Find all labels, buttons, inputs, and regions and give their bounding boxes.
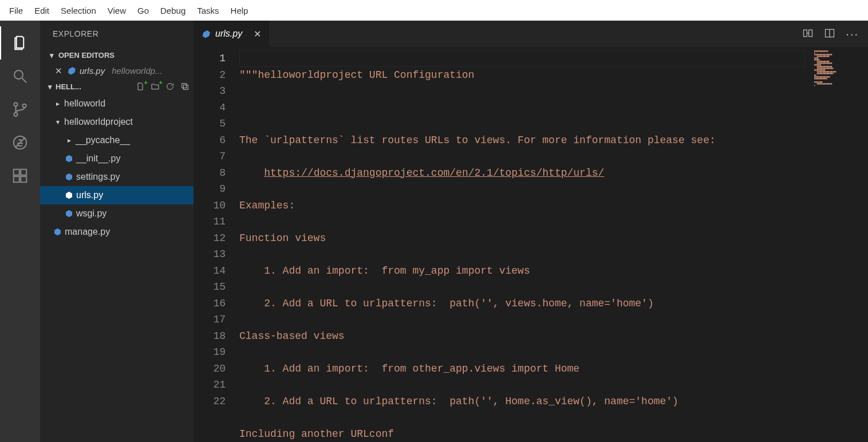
files-icon [11,34,29,52]
bug-slash-icon [11,134,29,151]
tree-item-label: helloworldproject [64,117,133,127]
tree-item-label: settings.py [76,172,120,182]
svg-rect-8 [21,169,26,175]
collapse-all-icon[interactable] [180,81,190,92]
open-editors-label: OPEN EDITORS [58,51,115,60]
tree-folder-helloworld[interactable]: ▸ helloworld [40,94,194,113]
explorer-title: EXPLORER [40,21,194,47]
chevron-down-icon: ▾ [48,51,55,60]
tab-label: urls.py [215,29,242,39]
tree-item-label: __init__.py [76,153,120,164]
menu-edit[interactable]: Edit [29,2,55,19]
svg-rect-9 [14,176,19,182]
svg-rect-14 [809,30,812,37]
new-folder-icon[interactable]: + [150,81,160,92]
menu-selection[interactable]: Selection [55,2,102,19]
chevron-down-icon: ▾ [48,82,52,91]
workbench: EXPLORER ▾ OPEN EDITORS ✕ ⬢ urls.py hell… [0,21,868,442]
svg-point-0 [14,70,23,79]
close-icon[interactable]: ✕ [254,29,261,40]
tree-folder-helloworldproject[interactable]: ▾ helloworldproject [40,113,194,131]
menu-tasks[interactable]: Tasks [191,2,224,19]
project-header[interactable]: ▾ HELL... + + [40,78,194,94]
svg-rect-12 [183,85,188,89]
compare-changes-icon[interactable] [802,27,814,41]
menu-help[interactable]: Help [225,2,254,19]
menu-file[interactable]: File [3,2,29,19]
file-tree: ▸ helloworld ▾ helloworldproject ▸ __pyc… [40,94,194,241]
python-icon: ⬢ [65,172,73,182]
menu-debug[interactable]: Debug [155,2,191,19]
activity-source-control[interactable] [0,93,40,126]
refresh-icon[interactable] [165,81,175,92]
extensions-icon [11,167,29,184]
tree-file-wsgi[interactable]: ⬢ wsgi.py [40,204,194,223]
python-icon: ⬢ [65,208,73,219]
menubar: File Edit Selection View Go Debug Tasks … [0,0,868,21]
tree-file-init[interactable]: ⬢ __init__.py [40,149,194,168]
project-name: HELL... [56,82,81,91]
svg-rect-7 [14,169,19,175]
svg-point-4 [22,104,26,108]
activity-bar [0,21,40,442]
more-actions-icon[interactable]: ··· [846,27,859,41]
svg-rect-11 [182,84,187,88]
activity-explorer[interactable] [0,26,40,60]
python-icon: ⬢ [65,153,73,164]
editor-body[interactable]: 1 2 3 4 5 6 7 8 9 10 11 12 13 14 15 16 1… [194,47,868,442]
python-icon: ⬢ [65,190,73,200]
tree-item-label: wsgi.py [76,208,106,219]
activity-extensions[interactable] [0,159,40,192]
svg-line-1 [22,78,27,83]
editor-actions: ··· [793,21,868,47]
open-editor-filename: urls.py [80,66,105,76]
minimap[interactable]: ████████████████████ █ █████████████████… [811,47,868,442]
line-gutter: 1 2 3 4 5 6 7 8 9 10 11 12 13 14 15 16 1… [194,47,239,442]
tree-file-manage[interactable]: ⬢ manage.py [40,223,194,241]
chevron-right-icon: ▸ [65,136,73,144]
split-editor-icon[interactable] [824,27,835,41]
docs-link[interactable]: https://docs.djangoproject.com/en/2.1/to… [264,167,604,179]
activity-debug[interactable] [0,126,40,159]
tree-item-label: __pycache__ [76,135,130,145]
tree-folder-pycache[interactable]: ▸ __pycache__ [40,131,194,149]
menu-go[interactable]: Go [132,2,155,19]
close-icon[interactable]: ✕ [55,66,62,76]
branch-icon [11,101,29,118]
open-editor-path-hint: helloworldp... [112,66,162,76]
python-icon: ⬢ [54,227,61,237]
svg-point-3 [14,113,17,116]
code-content[interactable]: """helloworldproject URL Configuration T… [239,47,811,442]
explorer-sidebar: EXPLORER ▾ OPEN EDITORS ✕ ⬢ urls.py hell… [40,21,194,442]
new-file-icon[interactable]: + [135,81,145,92]
tree-file-settings[interactable]: ⬢ settings.py [40,168,194,186]
python-icon: ⬢ [67,65,75,76]
tab-urls[interactable]: ⬢ urls.py ✕ [194,21,270,47]
tree-item-label: helloworld [64,98,105,109]
tree-item-label: manage.py [65,227,110,237]
project-header-actions: + + [135,81,190,92]
menu-view[interactable]: View [102,2,132,19]
svg-rect-10 [21,176,26,182]
chevron-right-icon: ▸ [54,100,62,108]
python-icon: ⬢ [202,29,210,40]
tree-item-label: urls.py [76,190,103,200]
search-icon [11,68,29,85]
activity-search[interactable] [0,60,40,93]
chevron-down-icon: ▾ [54,118,62,126]
svg-point-2 [14,102,17,106]
tree-file-urls[interactable]: ⬢ urls.py [40,186,194,204]
open-editors-header[interactable]: ▾ OPEN EDITORS [40,47,194,63]
editor-area: ⬢ urls.py ✕ ··· 1 2 3 4 5 6 7 8 9 [194,21,868,442]
editor-tabs: ⬢ urls.py ✕ ··· [194,21,868,47]
svg-rect-13 [804,30,807,37]
open-editor-item[interactable]: ✕ ⬢ urls.py helloworldp... [40,63,194,78]
